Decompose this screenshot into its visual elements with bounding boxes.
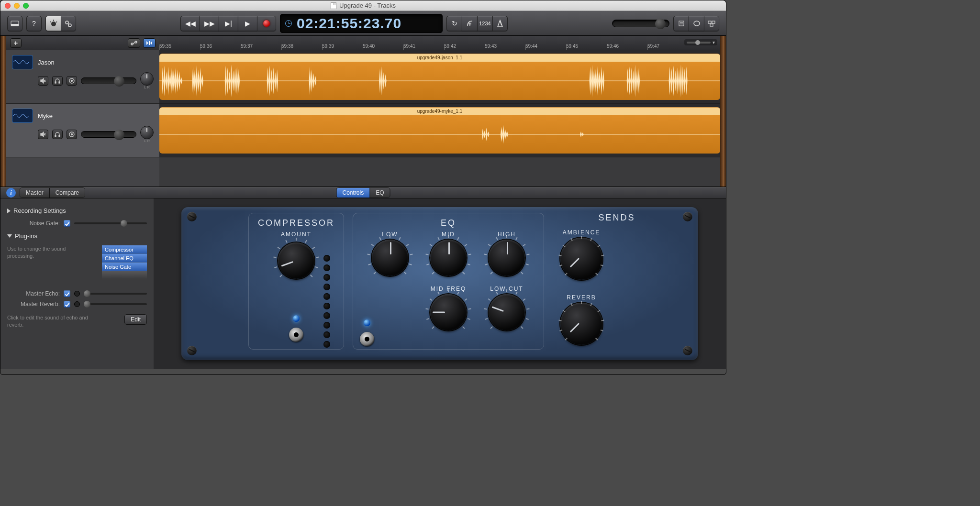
svg-rect-30 <box>55 135 56 137</box>
notepad-button[interactable] <box>673 16 689 31</box>
eq-mid-knob[interactable] <box>430 240 467 276</box>
empty-arrange-space[interactable] <box>159 157 720 187</box>
eq-tab[interactable]: EQ <box>370 188 390 198</box>
timecode: 02:21:55:23.70 <box>297 15 401 32</box>
lcd-display[interactable]: 02:21:55:23.70 <box>280 14 443 33</box>
stop-button[interactable]: ▶| <box>219 16 238 31</box>
track-pan-knob[interactable] <box>140 126 154 139</box>
quick-help-button[interactable]: ? <box>26 16 42 31</box>
waveform <box>159 115 720 154</box>
mute-button[interactable] <box>38 76 48 86</box>
ruler-tick: 59:46 <box>607 44 647 49</box>
compressor-amount-knob[interactable] <box>278 242 314 279</box>
audio-region[interactable]: upgrade49-jason_1.1 <box>159 54 720 100</box>
forward-button[interactable]: ▶▶ <box>200 16 219 31</box>
eq-lowcut-knob[interactable] <box>489 294 525 330</box>
eq-power-led[interactable] <box>364 319 370 326</box>
controls-tab[interactable]: Controls <box>336 188 370 198</box>
plugin-slot[interactable]: Channel EQ <box>102 254 147 263</box>
noise-gate-label: Noise Gate: <box>7 220 60 227</box>
master-echo-slider[interactable] <box>84 293 147 295</box>
plugin-slot[interactable]: Noise Gate <box>102 263 147 271</box>
editors-button[interactable] <box>61 16 76 31</box>
edit-echo-reverb-button[interactable]: Edit <box>124 314 147 325</box>
master-echo-checkbox[interactable] <box>64 290 70 297</box>
master-volume-slider[interactable] <box>612 20 669 27</box>
window-titlebar: Upgrade 49 - Tracks <box>0 0 726 11</box>
track-lane[interactable]: upgrade49-myke_1.1 <box>159 104 720 157</box>
master-reverb-checkbox[interactable] <box>64 301 70 308</box>
inspector-toggle[interactable]: i <box>6 188 16 198</box>
svg-line-5 <box>56 22 57 22</box>
main-toolbar: ? ◀◀ ▶▶ ▶| ▶ 02:21:55:23.70 ↻ 1234 <box>0 11 726 36</box>
track-name[interactable]: Myke <box>38 112 53 120</box>
eq-midfreq-knob[interactable] <box>430 294 467 330</box>
noise-gate-checkbox[interactable] <box>64 220 70 227</box>
noise-gate-slider[interactable] <box>74 222 147 224</box>
track-pan-knob[interactable] <box>140 72 154 86</box>
media-browser-button[interactable] <box>704 16 719 31</box>
master-reverb-radio[interactable] <box>74 301 80 307</box>
eq-high-knob[interactable] <box>489 240 525 276</box>
master-reverb-row: Master Reverb: <box>7 301 147 308</box>
record-icon <box>263 20 270 27</box>
horizontal-zoom[interactable]: ▾ <box>684 39 717 45</box>
eq-section: EQ LOW MID HIGH MID FREQ LOW CUT <box>353 213 544 350</box>
play-button[interactable]: ▶ <box>238 16 257 31</box>
loop-browser-button[interactable] <box>689 16 704 31</box>
record-button[interactable] <box>257 16 276 31</box>
recording-settings-disclosure[interactable]: Recording Settings <box>7 207 147 214</box>
track-header[interactable]: Myke L R <box>6 104 159 157</box>
clock-icon <box>285 20 292 27</box>
noise-gate-row: Noise Gate: <box>7 220 147 227</box>
ambience-knob[interactable] <box>560 238 602 280</box>
compare-tab[interactable]: Compare <box>50 188 85 198</box>
arrange-area[interactable]: 59:35 59:36 59:37 59:38 59:39 59:40 59:4… <box>159 36 720 187</box>
track-volume-slider[interactable] <box>81 131 136 138</box>
reverb-knob[interactable] <box>560 303 602 345</box>
master-reverb-slider[interactable] <box>84 303 147 305</box>
smart-controls-inspector: Recording Settings Noise Gate: Plug-ins … <box>0 198 154 369</box>
track-header[interactable]: Jason L R <box>6 50 159 104</box>
time-ruler[interactable]: 59:35 59:36 59:37 59:38 59:39 59:40 59:4… <box>159 36 720 50</box>
region-name: upgrade49-jason_1.1 <box>159 54 720 62</box>
metronome-button[interactable] <box>492 16 508 31</box>
mute-button[interactable] <box>38 130 48 139</box>
add-track-button[interactable]: + <box>10 38 22 48</box>
master-echo-radio[interactable] <box>74 291 80 297</box>
wood-trim-right <box>720 36 726 187</box>
audio-region[interactable]: upgrade49-myke_1.1 <box>159 107 720 154</box>
tuner-button[interactable] <box>462 16 477 31</box>
track-volume-slider[interactable] <box>81 77 136 84</box>
smart-controls-button[interactable] <box>45 16 61 31</box>
ruler-tick: 59:47 <box>647 44 688 49</box>
plugins-disclosure[interactable]: Plug-ins <box>7 232 147 240</box>
compressor-section: COMPRESSOR AMOUNT <box>248 213 344 350</box>
input-monitor-button[interactable] <box>67 76 77 86</box>
master-echo-row: Master Echo: <box>7 290 147 297</box>
automation-button[interactable] <box>128 38 140 48</box>
compressor-power-led[interactable] <box>293 315 300 322</box>
solo-headphones-button[interactable] <box>52 130 63 139</box>
eq-low-knob[interactable] <box>372 240 408 276</box>
track-lane[interactable]: upgrade49-jason_1.1 <box>159 50 720 104</box>
controls-plate: COMPRESSOR AMOUNT <box>181 207 698 360</box>
svg-line-8 <box>68 23 69 24</box>
sends-ambience: AMBIENCE <box>560 228 602 282</box>
library-button[interactable] <box>7 16 22 31</box>
screw-icon <box>187 212 197 221</box>
master-tab[interactable]: Master <box>20 188 50 198</box>
ruler-tick: 59:39 <box>322 44 363 49</box>
plugin-slot-empty[interactable] <box>102 271 147 280</box>
rewind-button[interactable]: ◀◀ <box>180 16 200 31</box>
count-in-button[interactable]: 1234 <box>477 16 492 31</box>
plugin-slot[interactable]: Compressor <box>102 245 147 254</box>
catch-playhead-button[interactable] <box>143 38 156 48</box>
echo-reverb-hint: Click to edit the sound of echo and reve… <box>7 314 93 329</box>
svg-marker-27 <box>41 132 44 137</box>
track-name[interactable]: Jason <box>38 59 55 66</box>
solo-headphones-button[interactable] <box>52 76 63 86</box>
cycle-button[interactable]: ↻ <box>446 16 462 31</box>
input-monitor-button[interactable] <box>67 130 77 139</box>
wood-trim-left <box>0 36 6 187</box>
